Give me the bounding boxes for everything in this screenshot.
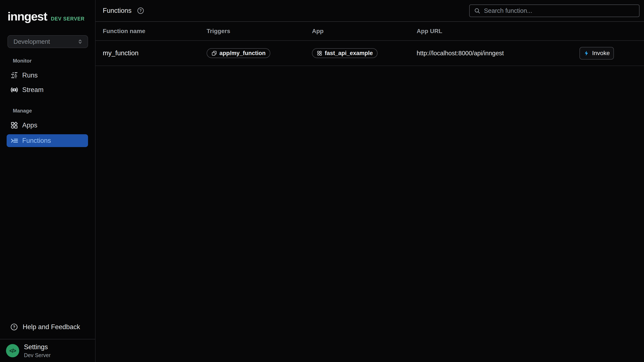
column-header-function-name: Function name [103, 28, 206, 35]
sidebar-section-monitor: Monitor [13, 58, 95, 64]
help-circle-icon: ? [10, 323, 18, 331]
function-name-link[interactable]: my_function [103, 49, 138, 57]
chevron-up-down-icon [77, 38, 83, 45]
inngest-dev-server-app: inngest DEV SERVER Development Monitor [0, 0, 644, 362]
code-icon: </> [10, 348, 16, 354]
function-search [469, 4, 640, 17]
environment-selector-value: Development [14, 38, 77, 45]
event-icon [211, 50, 217, 56]
trigger-badge[interactable]: app/my_function [206, 48, 270, 58]
settings-button[interactable]: </> Settings Dev Server [0, 339, 95, 362]
dev-server-avatar: </> [6, 344, 19, 357]
functions-table-header: Function name Triggers App App URL [96, 22, 644, 41]
apps-icon [10, 121, 18, 129]
monitor-nav-list: Runs Stream [0, 67, 95, 98]
page-help-icon[interactable]: ? [137, 7, 144, 14]
svg-text:?: ? [13, 325, 15, 329]
runs-icon [10, 71, 18, 79]
sidebar-section-manage: Manage [13, 108, 95, 114]
apps-icon [317, 50, 322, 56]
invoke-button-label: Invoke [592, 50, 610, 57]
sidebar-bottom: ? Help and Feedback </> Settings Dev Ser… [0, 319, 95, 362]
help-and-feedback[interactable]: ? Help and Feedback [0, 319, 95, 335]
app-url: http://localhost:8000/api/inngest [417, 50, 504, 57]
sidebar: inngest DEV SERVER Development Monitor [0, 0, 96, 362]
sidebar-item-label: Stream [22, 86, 44, 94]
sidebar-item-runs[interactable]: Runs [0, 69, 95, 82]
sidebar-item-stream[interactable]: Stream [0, 83, 95, 96]
main-content: Functions ? Function name Triggers App [96, 0, 644, 362]
app-badge-label: fast_api_example [325, 50, 373, 57]
settings-label: Settings [24, 343, 51, 351]
empty-table-area [96, 66, 644, 362]
brand-logo: inngest DEV SERVER [8, 9, 95, 23]
help-label: Help and Feedback [23, 323, 80, 331]
manage-nav-list: Apps Functions [0, 117, 95, 147]
sidebar-item-functions[interactable]: Functions [6, 134, 88, 147]
trigger-badge-label: app/my_function [220, 50, 266, 57]
page-title: Functions [103, 7, 132, 14]
sidebar-item-apps[interactable]: Apps [0, 119, 95, 132]
functions-icon [10, 137, 18, 145]
column-header-app-url: App URL [417, 28, 644, 35]
environment-selector[interactable]: Development [8, 35, 88, 48]
column-header-triggers: Triggers [206, 28, 312, 35]
invoke-button[interactable]: Invoke [580, 47, 614, 60]
inngest-logo: inngest [8, 9, 47, 23]
sidebar-item-label: Functions [22, 137, 51, 145]
search-input[interactable] [484, 7, 635, 14]
sidebar-item-label: Runs [22, 71, 38, 79]
lightning-bolt-icon [584, 50, 589, 56]
sidebar-item-label: Apps [22, 121, 38, 129]
page-header: Functions ? [96, 0, 644, 22]
search-icon [474, 7, 480, 14]
settings-sublabel: Dev Server [24, 352, 51, 358]
table-row: my_function app/my_function [96, 41, 644, 66]
column-header-app: App [312, 28, 417, 35]
app-badge[interactable]: fast_api_example [312, 48, 378, 58]
stream-icon [10, 86, 18, 94]
dev-server-badge: DEV SERVER [51, 16, 84, 22]
svg-text:?: ? [140, 8, 142, 13]
